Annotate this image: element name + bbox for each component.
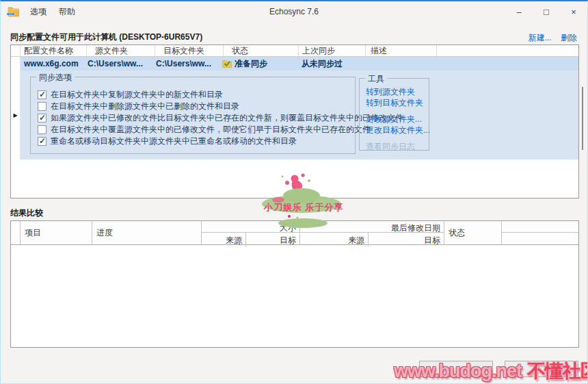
sync-option-label: 在目标文件夹中删除源文件夹中已删除的文件和目录: [51, 101, 239, 112]
window-controls: – □ ×: [505, 1, 587, 22]
col-size-label[interactable]: 大小: [202, 221, 299, 233]
sync-options-title: 同步选项: [36, 72, 75, 84]
menu-options[interactable]: 选项: [24, 5, 53, 19]
profiles-table-header: 配置文件名称 源文件夹 目标文件夹 状态 上次同步 描述: [11, 45, 578, 57]
col-size-source[interactable]: 来源: [202, 233, 246, 246]
profile-detail: ▶ 同步选项 在目标文件夹中复制源文件夹中的新文件和目录 在目标文件夹中删除源文…: [11, 71, 578, 159]
row-gutter: [11, 57, 21, 71]
folder-check-icon: [222, 60, 232, 68]
col-progress[interactable]: 进度: [92, 221, 202, 244]
profile-actions: 新建... 删除: [522, 32, 577, 44]
sync-option-label: 在目标文件夹中覆盖源文件夹中的已修改文件，即使它们早于目标文件夹中已存在的文件: [51, 124, 371, 136]
col-modified-source[interactable]: 来源: [300, 233, 369, 246]
bottom-button-2[interactable]: [505, 361, 578, 377]
sync-option-label: 如果源文件夹中已修改的文件比目标文件夹中已存在的文件新，则覆盖目标文件夹中的已修…: [51, 112, 403, 124]
profiles-heading: 同步配置文件可用于此计算机 (DESKTOP-6UR65V7): [10, 31, 202, 43]
bottom-button-1[interactable]: [419, 361, 493, 377]
go-to-target-folder-link[interactable]: 转到目标文件夹: [366, 98, 429, 107]
profile-row[interactable]: www.x6g.com C:\Users\ww... C:\Users\ww..…: [11, 57, 578, 71]
col-item[interactable]: 项目: [21, 221, 92, 244]
tools-group: 工具 转到源文件夹 转到目标文件夹 更改源文件夹... 更改目标文件夹... 查…: [359, 78, 429, 151]
results-table-header: 项目 进度 大小 来源 目标 最后修改日期 来源 目标 状态: [11, 221, 578, 245]
col-profile-name[interactable]: 配置文件名称: [21, 45, 87, 56]
col-modified-target[interactable]: 目标: [369, 233, 444, 246]
col-last-sync[interactable]: 上次同步: [299, 45, 366, 56]
close-icon[interactable]: ×: [560, 1, 587, 22]
detail-gutter: ▶: [11, 71, 21, 159]
sync-option-label: 重命名或移动目标文件夹中源文件夹中已重命名或移动的文件和目录: [51, 136, 297, 147]
change-target-folder-link[interactable]: 更改目标文件夹...: [366, 125, 429, 135]
new-profile-link[interactable]: 新建...: [529, 33, 552, 42]
tools-title: 工具: [365, 73, 387, 85]
sync-option-label: 在目标文件夹中复制源文件夹中的新文件和目录: [51, 89, 223, 101]
window-title: Echosync 7.6: [1, 7, 587, 16]
checkbox-overwrite-always[interactable]: [38, 125, 46, 134]
sync-option-row: 在目标文件夹中覆盖源文件夹中的已修改文件，即使它们早于目标文件夹中已存在的文件: [38, 124, 355, 136]
col-size-target[interactable]: 目标: [246, 233, 299, 246]
sync-options-group: 同步选项 在目标文件夹中复制源文件夹中的新文件和目录 在目标文件夹中删除源文件夹…: [30, 77, 356, 154]
sync-option-row: 重命名或移动目标文件夹中源文件夹中已重命名或移动的文件和目录: [38, 136, 355, 147]
checkbox-overwrite-newer[interactable]: [38, 114, 46, 123]
col-result-status[interactable]: 状态: [444, 221, 502, 244]
results-heading: 结果比较: [10, 207, 43, 219]
checkbox-rename-moved[interactable]: [38, 137, 46, 146]
sync-option-row: 如果源文件夹中已修改的文件比目标文件夹中已存在的文件新，则覆盖目标文件夹中的已修…: [38, 112, 355, 124]
title-bar: 选项 帮助 Echosync 7.6 – □ ×: [1, 1, 587, 22]
col-status[interactable]: 状态: [224, 45, 299, 56]
col-empty: [437, 45, 578, 56]
profile-target-cell: C:\Users\ww...: [146, 59, 214, 68]
view-sync-log-link[interactable]: 查看同步日志: [366, 142, 429, 151]
profile-status-cell: 准备同步: [214, 58, 289, 70]
col-description[interactable]: 描述: [366, 45, 437, 56]
profile-row-cells: www.x6g.com C:\Users\ww... C:\Users\ww..…: [21, 57, 578, 71]
detail-panel: 同步选项 在目标文件夹中复制源文件夹中的新文件和目录 在目标文件夹中删除源文件夹…: [21, 71, 578, 159]
results-gutter: [11, 221, 21, 244]
profile-lastsync-cell: 从未同步过: [289, 58, 356, 70]
col-result-empty: [502, 221, 578, 244]
profile-source-cell: C:\Users\ww...: [77, 59, 146, 68]
row-expander-icon[interactable]: ▶: [13, 112, 17, 118]
go-to-source-folder-link[interactable]: 转到源文件夹: [366, 87, 429, 97]
change-source-folder-link[interactable]: 更改源文件夹...: [366, 114, 429, 124]
sync-option-row: 在目标文件夹中删除源文件夹中已删除的文件和目录: [38, 101, 355, 112]
sync-option-row: 在目标文件夹中复制源文件夹中的新文件和目录: [38, 89, 355, 101]
watermark-center-text: 小刀娱乐 乐于分享: [263, 202, 344, 212]
profile-status-text: 准备同步: [235, 58, 267, 70]
profile-name-cell: www.x6g.com: [21, 59, 77, 68]
results-table: 项目 进度 大小 来源 目标 最后修改日期 来源 目标 状态: [10, 220, 579, 348]
scrollbar-thumb[interactable]: [582, 87, 583, 150]
menu-help[interactable]: 帮助: [53, 5, 81, 19]
app-folder-sync-icon: [6, 6, 20, 18]
col-group-size: 大小 来源 目标: [202, 221, 300, 244]
col-group-modified: 最后修改日期 来源 目标: [300, 221, 444, 244]
checkbox-copy-new[interactable]: [38, 90, 46, 99]
app-window: 选项 帮助 Echosync 7.6 – □ × 同步配置文件可用于此计算机 (…: [0, 0, 588, 384]
profiles-table: 配置文件名称 源文件夹 目标文件夹 状态 上次同步 描述 www.x6g.com…: [10, 44, 579, 199]
header-gutter: [11, 45, 21, 56]
maximize-icon[interactable]: □: [533, 1, 560, 22]
col-modified-label[interactable]: 最后修改日期: [300, 221, 444, 233]
results-table-body: [11, 245, 578, 347]
checkbox-delete-removed[interactable]: [38, 102, 46, 111]
delete-profile-link[interactable]: 删除: [561, 33, 577, 42]
col-target-folder[interactable]: 目标文件夹: [155, 45, 224, 56]
col-source-folder[interactable]: 源文件夹: [87, 45, 155, 56]
minimize-icon[interactable]: –: [505, 1, 533, 22]
